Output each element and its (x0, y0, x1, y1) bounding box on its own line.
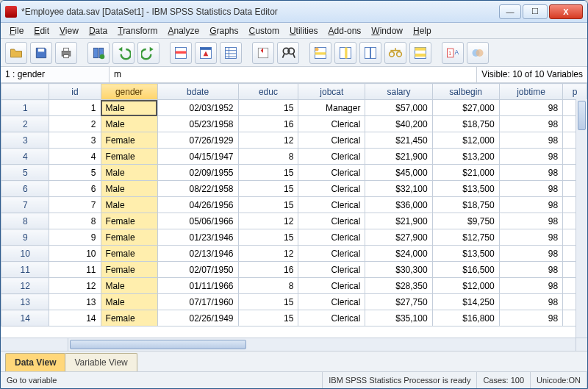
vertical-scroll-thumb[interactable] (578, 101, 586, 130)
cell-salbegin[interactable]: $18,750 (432, 197, 499, 213)
cell-gender[interactable]: Male (101, 100, 157, 116)
vertical-scrollbar[interactable] (576, 99, 587, 338)
horizontal-scrollbar[interactable] (1, 338, 587, 351)
menu-graphs[interactable]: Graphs (205, 24, 243, 38)
grid-corner[interactable] (1, 84, 49, 100)
cell-jobcat[interactable]: Clerical (298, 262, 365, 278)
row-header[interactable]: 8 (1, 213, 49, 229)
cell-gender[interactable]: Female (101, 246, 157, 262)
cell-gender[interactable]: Female (101, 310, 157, 326)
column-header-gender[interactable]: gender (101, 84, 157, 100)
cell-salbegin[interactable]: $12,750 (432, 229, 499, 246)
cell-reference[interactable]: 1 : gender (1, 67, 110, 82)
cell-bdate[interactable]: 02/26/1949 (157, 310, 238, 326)
cell-salbegin[interactable]: $27,000 (432, 100, 499, 116)
cell-salary[interactable]: $57,000 (365, 100, 432, 116)
row-header[interactable]: 13 (1, 294, 49, 310)
cell-salbegin[interactable]: $13,500 (432, 246, 499, 262)
cell-jobcat[interactable]: Clerical (298, 181, 365, 197)
cell-jobcat[interactable]: Clerical (298, 246, 365, 262)
find-button[interactable] (277, 42, 299, 64)
cell-bdate[interactable]: 01/23/1946 (157, 229, 238, 246)
cell-salary[interactable]: $40,200 (365, 116, 432, 132)
row-header[interactable]: 5 (1, 165, 49, 181)
close-button[interactable]: X (549, 4, 583, 19)
menu-add-ons[interactable]: Add-ons (324, 24, 366, 38)
cell-salbegin[interactable]: $16,500 (432, 262, 499, 278)
cell-jobtime[interactable]: 98 (499, 310, 562, 326)
cell-bdate[interactable]: 07/26/1929 (157, 132, 238, 149)
cell-id[interactable]: 2 (49, 116, 101, 132)
table-row[interactable]: 1414Female02/26/194915Clerical$35,100$16… (1, 310, 587, 326)
row-header[interactable]: 4 (1, 149, 49, 165)
cell-jobcat[interactable]: Clerical (298, 278, 365, 294)
row-header[interactable]: 6 (1, 181, 49, 197)
cell-bdate[interactable]: 08/22/1958 (157, 181, 238, 197)
cell-jobtime[interactable]: 98 (499, 229, 562, 246)
cell-jobtime[interactable]: 98 (499, 165, 562, 181)
cell-gender[interactable]: Female (101, 213, 157, 229)
cell-educ[interactable]: 8 (238, 278, 298, 294)
cell-jobtime[interactable]: 98 (499, 213, 562, 229)
table-row[interactable]: 33Female07/26/192912Clerical$21,450$12,0… (1, 132, 587, 149)
cell-gender[interactable]: Female (101, 132, 157, 149)
menu-analyze[interactable]: Analyze (163, 24, 204, 38)
cell-jobcat[interactable]: Clerical (298, 294, 365, 310)
cell-educ[interactable]: 8 (238, 149, 298, 165)
tab-variable-view[interactable]: Variable View (65, 353, 137, 371)
cell-jobtime[interactable]: 98 (499, 116, 562, 132)
menu-data[interactable]: Data (85, 24, 112, 38)
cell-bdate[interactable]: 04/15/1947 (157, 149, 238, 165)
menu-window[interactable]: Window (367, 24, 407, 38)
cell-jobtime[interactable]: 98 (499, 132, 562, 149)
table-row[interactable]: 1010Female02/13/194612Clerical$24,000$13… (1, 246, 587, 262)
cell-id[interactable]: 4 (49, 149, 101, 165)
cell-salbegin[interactable]: $12,000 (432, 132, 499, 149)
cell-salary[interactable]: $45,000 (365, 165, 432, 181)
cell-jobcat[interactable]: Clerical (298, 149, 365, 165)
cell-jobcat[interactable]: Clerical (298, 197, 365, 213)
horizontal-scroll-thumb[interactable] (70, 340, 246, 349)
redo-button[interactable] (137, 42, 159, 64)
column-header-jobtime[interactable]: jobtime (499, 84, 562, 100)
cell-educ[interactable]: 12 (238, 246, 298, 262)
table-row[interactable]: 1111Female02/07/195016Clerical$30,300$16… (1, 262, 587, 278)
cell-educ[interactable]: 15 (238, 294, 298, 310)
cell-bdate[interactable]: 05/23/1958 (157, 116, 238, 132)
row-header[interactable]: 7 (1, 197, 49, 213)
column-header-salbegin[interactable]: salbegin (432, 84, 499, 100)
cell-id[interactable]: 6 (49, 181, 101, 197)
cell-educ[interactable]: 15 (238, 165, 298, 181)
cell-jobtime[interactable]: 98 (499, 278, 562, 294)
cell-id[interactable]: 9 (49, 229, 101, 246)
select-button[interactable] (409, 42, 431, 64)
cell-jobtime[interactable]: 98 (499, 262, 562, 278)
maximize-button[interactable]: ☐ (523, 4, 548, 19)
table-row[interactable]: 88Female05/06/196612Clerical$21,900$9,75… (1, 213, 587, 229)
column-header-id[interactable]: id (49, 84, 101, 100)
cell-salbegin[interactable]: $21,000 (432, 165, 499, 181)
cell-jobcat[interactable]: Clerical (298, 165, 365, 181)
cell-id[interactable]: 10 (49, 246, 101, 262)
cell-salary[interactable]: $21,900 (365, 213, 432, 229)
cell-gender[interactable]: Male (101, 197, 157, 213)
cell-educ[interactable]: 15 (238, 181, 298, 197)
cell-salary[interactable]: $35,100 (365, 310, 432, 326)
cell-jobtime[interactable]: 98 (499, 100, 562, 116)
use-sets-button[interactable] (467, 42, 489, 64)
cell-gender[interactable]: Male (101, 116, 157, 132)
cell-salbegin[interactable]: $12,000 (432, 278, 499, 294)
cell-salbegin[interactable]: $13,200 (432, 149, 499, 165)
save-button[interactable] (30, 42, 52, 64)
cell-id[interactable]: 5 (49, 165, 101, 181)
row-header[interactable]: 9 (1, 229, 49, 246)
cell-value-input[interactable]: m (110, 67, 477, 82)
cell-gender[interactable]: Male (101, 181, 157, 197)
cell-jobcat[interactable]: Clerical (298, 229, 365, 246)
cell-id[interactable]: 11 (49, 262, 101, 278)
split-button[interactable] (359, 42, 381, 64)
menu-edit[interactable]: Edit (29, 24, 54, 38)
cell-jobtime[interactable]: 98 (499, 294, 562, 310)
cell-salary[interactable]: $32,100 (365, 181, 432, 197)
column-header-salary[interactable]: salary (365, 84, 432, 100)
